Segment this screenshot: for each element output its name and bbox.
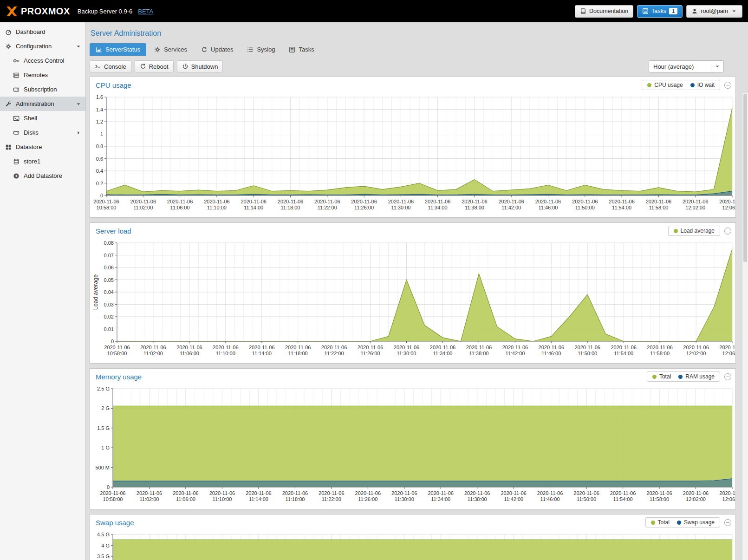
svg-text:11:30:00: 11:30:00	[395, 496, 414, 502]
gears-icon	[5, 43, 12, 50]
sidebar: Dashboard Configuration Access Control R…	[0, 22, 86, 560]
svg-text:11:42:00: 11:42:00	[501, 205, 521, 210]
svg-text:0.6: 0.6	[96, 156, 103, 162]
reboot-icon	[140, 63, 146, 70]
panel-header: Swap usage Total Swap usage	[90, 514, 735, 530]
legend-item: Total	[652, 373, 671, 380]
sidebar-item-disks[interactable]: Disks	[0, 125, 85, 140]
svg-text:11:54:00: 11:54:00	[613, 496, 633, 502]
shutdown-button[interactable]: Shutdown	[177, 60, 223, 72]
panel-collapse-button[interactable]	[724, 373, 731, 380]
svg-text:2020-11-06: 2020-11-06	[394, 345, 419, 350]
chevron-down-icon[interactable]	[75, 101, 82, 107]
beta-link[interactable]: BETA	[138, 8, 153, 15]
svg-text:2 G: 2 G	[101, 405, 110, 411]
tasks-button[interactable]: Tasks 1	[637, 5, 683, 18]
console-button[interactable]: Console	[90, 60, 131, 72]
svg-text:2020-11-06: 2020-11-06	[428, 490, 453, 496]
dashboard-icon	[5, 29, 12, 35]
sidebar-item-configuration[interactable]: Configuration	[0, 39, 85, 53]
documentation-button[interactable]: Documentation	[575, 5, 633, 18]
chevron-right-icon[interactable]	[75, 130, 82, 136]
sidebar-item-datastore[interactable]: Datastore	[0, 140, 85, 154]
svg-text:11:22:00: 11:22:00	[322, 496, 341, 502]
svg-text:2020-11-06: 2020-11-06	[464, 490, 490, 496]
user-menu-button[interactable]: root@pam	[686, 5, 742, 18]
sidebar-item-subscription[interactable]: Subscription	[0, 82, 85, 97]
svg-text:2020-11-06: 2020-11-06	[609, 199, 634, 204]
svg-text:2020-11-06: 2020-11-06	[246, 490, 271, 496]
svg-text:2020-11-06: 2020-11-06	[176, 345, 202, 350]
tasks-count-badge: 1	[669, 8, 677, 14]
svg-text:2020-11-06: 2020-11-06	[173, 490, 198, 496]
svg-text:11:06:00: 11:06:00	[176, 496, 195, 502]
svg-text:11:46:00: 11:46:00	[538, 205, 558, 210]
panel-collapse-button[interactable]	[724, 82, 731, 89]
sidebar-item-shell[interactable]: Shell	[0, 111, 85, 125]
svg-text:2020-11-06: 2020-11-06	[574, 345, 600, 350]
svg-text:11:58:00: 11:58:00	[650, 496, 669, 502]
svg-text:2020-11-06: 2020-11-06	[683, 490, 709, 496]
svg-text:11:30:00: 11:30:00	[397, 351, 416, 356]
svg-text:2020-11-06: 2020-11-06	[241, 199, 266, 204]
panel-collapse-button[interactable]	[724, 228, 731, 234]
tab-updates[interactable]: Updates	[195, 43, 239, 56]
panel-body: 00.20.40.60.811.21.41.62020-11-0610:58:0…	[90, 93, 735, 217]
sidebar-item-add-datastore[interactable]: Add Datastore	[0, 169, 85, 183]
svg-text:11:22:00: 11:22:00	[325, 351, 344, 356]
reboot-button[interactable]: Reboot	[135, 60, 174, 72]
panel-title: Swap usage	[96, 519, 134, 527]
sidebar-item-administration[interactable]: Administration	[0, 97, 85, 111]
svg-text:11:34:00: 11:34:00	[433, 351, 452, 356]
svg-text:11:42:00: 11:42:00	[504, 496, 523, 502]
legend-label: Total	[658, 519, 670, 526]
chart-area-icon	[96, 46, 102, 53]
tab-syslog[interactable]: Syslog	[241, 43, 281, 56]
shutdown-label: Shutdown	[191, 63, 218, 70]
svg-text:0: 0	[100, 193, 103, 198]
svg-text:1: 1	[100, 131, 103, 137]
svg-text:2020-11-06: 2020-11-06	[719, 490, 735, 496]
svg-text:11:02:00: 11:02:00	[133, 205, 153, 210]
svg-text:0.2: 0.2	[96, 181, 103, 186]
server-icon	[13, 72, 20, 78]
sidebar-item-store1[interactable]: store1	[0, 154, 85, 169]
sidebar-item-dashboard[interactable]: Dashboard	[0, 25, 85, 39]
panel-collapse-button[interactable]	[724, 519, 731, 526]
tab-services[interactable]: Services	[148, 43, 193, 56]
scrollbar-thumb[interactable]	[743, 94, 747, 262]
panel-body: 0500 M1 G1.5 G2 G2.5 G2020-11-0610:58:00…	[90, 384, 735, 509]
svg-text:11:58:00: 11:58:00	[650, 351, 670, 356]
svg-text:2020-11-06: 2020-11-06	[314, 199, 340, 204]
svg-text:2020-11-06: 2020-11-06	[140, 345, 166, 350]
svg-text:0.04: 0.04	[104, 289, 114, 295]
sidebar-item-label: Datastore	[16, 143, 42, 150]
user-icon	[691, 8, 698, 14]
svg-text:1.5 G: 1.5 G	[97, 425, 110, 431]
svg-text:12:02:00: 12:02:00	[686, 496, 706, 502]
svg-text:3.5 G: 3.5 G	[97, 553, 110, 559]
sidebar-item-label: Configuration	[16, 43, 52, 50]
svg-text:11:02:00: 11:02:00	[139, 496, 159, 502]
sidebar-item-access-control[interactable]: Access Control	[0, 53, 85, 68]
chevron-down-icon[interactable]	[75, 43, 82, 50]
wrench-icon	[5, 101, 12, 107]
panel-header: Memory usage Total RAM usage	[90, 369, 735, 384]
svg-text:2020-11-06: 2020-11-06	[466, 345, 492, 350]
svg-text:2020-11-06: 2020-11-06	[573, 490, 599, 496]
svg-text:11:54:00: 11:54:00	[614, 351, 633, 356]
documentation-label: Documentation	[589, 8, 628, 14]
tab-tasks[interactable]: Tasks	[283, 43, 320, 56]
svg-text:11:26:00: 11:26:00	[354, 205, 374, 210]
reboot-label: Reboot	[149, 63, 169, 70]
vertical-scrollbar[interactable]	[742, 93, 748, 560]
time-range-select[interactable]: Hour (average)	[649, 60, 724, 72]
svg-text:11:18:00: 11:18:00	[280, 205, 300, 210]
legend-dot	[678, 375, 683, 379]
svg-text:11:14:00: 11:14:00	[244, 205, 263, 210]
svg-text:2020-11-06: 2020-11-06	[282, 490, 308, 496]
sidebar-item-remotes[interactable]: Remotes	[0, 68, 85, 82]
legend-label: Swap usage	[684, 519, 715, 526]
tab-serverstatus[interactable]: ServerStatus	[90, 43, 146, 56]
svg-text:11:06:00: 11:06:00	[170, 205, 190, 210]
